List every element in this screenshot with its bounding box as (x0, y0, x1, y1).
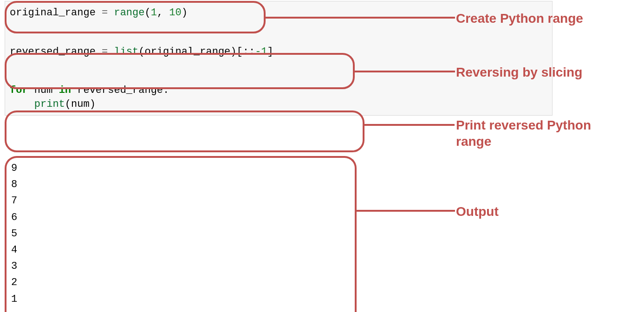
token-arg: original_range (144, 46, 230, 58)
token-for: for (10, 84, 28, 96)
token-equals: = (102, 46, 108, 58)
connector-line-3 (364, 124, 455, 126)
token-equals: = (102, 7, 108, 19)
token-slice-close: ] (267, 46, 273, 58)
token-num-var: num (34, 84, 59, 96)
token-arg2: 10 (169, 7, 181, 19)
token-open-paren: ( (144, 7, 150, 19)
token-open-paren: ( (138, 46, 144, 58)
token-space (108, 46, 114, 58)
token-list: list (114, 46, 138, 58)
connector-line-4 (357, 210, 455, 212)
annotation-reverse: Reversing by slicing (456, 64, 582, 80)
token-close-paren: ) (182, 7, 188, 19)
token-neg1: -1 (255, 46, 267, 58)
token-arg1: 1 (151, 7, 157, 19)
token-open-paren: ( (65, 98, 71, 110)
token-space (28, 84, 34, 96)
code-line-2: reversed_range = list(original_range)[::… (5, 45, 552, 59)
token-range: range (114, 7, 144, 19)
annotation-print: Print reversed Python range (456, 117, 605, 150)
token-indent (10, 98, 34, 110)
token-print: print (34, 98, 65, 110)
token-space (108, 7, 114, 19)
annotation-output: Output (456, 203, 499, 220)
token-close-paren: ) (90, 98, 96, 110)
code-line-3: for num in reversed_range: (5, 84, 552, 98)
token-comma: , (157, 7, 169, 19)
diagram-container: original_range = range(1, 10) reversed_r… (0, 0, 644, 312)
token-iterable: reversed_range: (77, 84, 169, 96)
token-close-paren: ) (230, 46, 236, 58)
token-in: in (59, 84, 71, 96)
token-space (71, 84, 77, 96)
token-arg: num (71, 98, 90, 110)
output-block: 9 8 7 6 5 4 3 2 1 (11, 160, 17, 307)
callout-print-loop (5, 110, 364, 152)
callout-output (5, 156, 357, 312)
token-var: reversed_range (10, 46, 102, 58)
code-line-4: print(num) (5, 98, 552, 111)
annotation-create-range: Create Python range (456, 10, 583, 26)
token-var: original_range (10, 7, 102, 19)
token-slice-open: [:: (237, 46, 255, 58)
